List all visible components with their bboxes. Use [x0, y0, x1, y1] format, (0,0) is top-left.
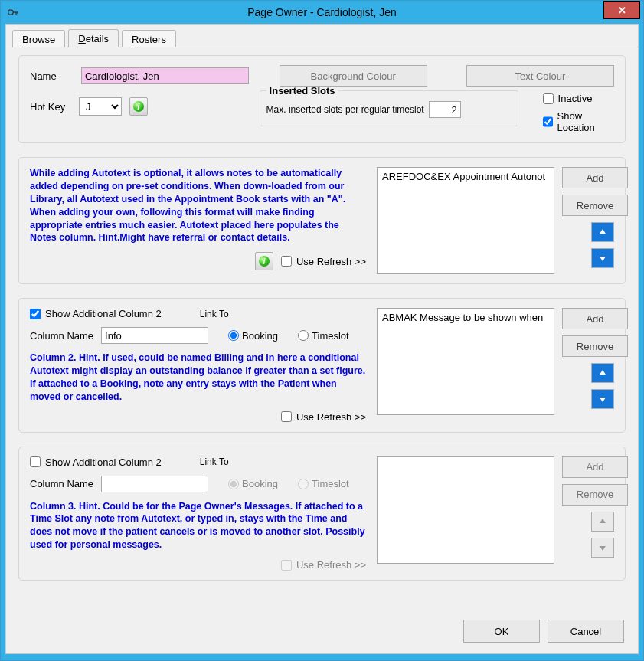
col2-booking-radio[interactable]: Booking [228, 330, 278, 342]
autotext-hint: While adding Autotext is optional, it al… [30, 167, 366, 244]
title-bar: Page Owner - Cardiologist, Jen ✕ [1, 1, 643, 24]
autotext-info-icon[interactable] [255, 252, 273, 270]
window-title: Page Owner - Cardiologist, Jen [1, 6, 643, 18]
col3-hint: Column 3. Hint. Could be for the Page Ow… [30, 500, 366, 552]
inactive-checkbox[interactable]: Inactive [543, 93, 614, 104]
name-label: Name [30, 70, 69, 82]
group-autotext: While adding Autotext is optional, it al… [18, 157, 626, 284]
group-column2: Show Additional Column 2 Link To Column … [18, 298, 626, 433]
col2-show-checkbox[interactable]: Show Additional Column 2 [30, 308, 162, 319]
col2-move-up-button[interactable] [591, 363, 614, 383]
col3-listbox[interactable] [377, 456, 554, 564]
tab-browse[interactable]: Browse [12, 30, 65, 47]
col3-booking-radio[interactable]: Booking [228, 478, 278, 489]
group-column3: Show Additional Column 2 Link To Column … [18, 447, 626, 581]
autotext-move-up-button[interactable] [591, 222, 614, 242]
group-basic: Name Background Colour Text Colour Hot K… [18, 55, 626, 143]
col3-remove-button: Remove [562, 484, 628, 506]
list-item[interactable]: AREFDOC&EX Appointment Autonot [382, 171, 549, 182]
text-colour-button[interactable]: Text Colour [466, 65, 614, 87]
col3-use-refresh-checkbox: Use Refresh >> [281, 559, 366, 571]
col2-columnname-label: Column Name [30, 330, 93, 342]
hotkey-info-icon[interactable] [129, 97, 148, 116]
close-button[interactable]: ✕ [603, 1, 640, 19]
col2-columnname-input[interactable] [101, 327, 208, 344]
inserted-slots-text: Max. inserted slots per regular timeslot [266, 104, 424, 115]
autotext-add-button[interactable]: Add [562, 167, 628, 188]
autotext-use-refresh-checkbox[interactable]: Use Refresh >> [281, 256, 366, 267]
col2-use-refresh-checkbox[interactable]: Use Refresh >> [281, 411, 366, 423]
col3-columnname-input[interactable] [101, 476, 208, 492]
ok-button[interactable]: OK [463, 620, 540, 643]
col3-show-checkbox[interactable]: Show Additional Column 2 [30, 456, 162, 468]
inserted-slots-legend: Inserted Slots [266, 85, 338, 97]
col3-timeslot-radio[interactable]: Timeslot [298, 478, 349, 489]
show-location-checkbox[interactable]: Show Location [543, 110, 614, 133]
name-input[interactable] [81, 67, 249, 84]
autotext-move-down-button[interactable] [591, 248, 614, 268]
hotkey-select[interactable]: J [79, 97, 122, 116]
col3-columnname-label: Column Name [30, 478, 93, 489]
col2-add-button[interactable]: Add [562, 308, 628, 329]
col2-hint: Column 2. Hint. If used, could be named … [30, 352, 366, 404]
autotext-listbox[interactable]: AREFDOC&EX Appointment Autonot [377, 167, 554, 274]
col3-move-down-button [591, 538, 614, 558]
background-colour-button[interactable]: Background Colour [280, 65, 427, 87]
tab-details[interactable]: Details [68, 29, 119, 47]
col3-move-up-button [591, 512, 614, 532]
col2-remove-button[interactable]: Remove [562, 335, 628, 357]
col3-add-button: Add [562, 456, 628, 478]
col2-timeslot-radio[interactable]: Timeslot [298, 330, 349, 342]
autotext-remove-button[interactable]: Remove [562, 195, 628, 216]
inserted-slots-input[interactable] [429, 101, 461, 118]
tab-rosters[interactable]: Rosters [122, 30, 176, 47]
hotkey-label: Hot Key [30, 101, 71, 113]
list-item[interactable]: ABMAK Message to be shown when [382, 312, 549, 323]
col2-linkto-label: Link To [200, 309, 229, 319]
tab-strip: Browse Details Rosters [6, 25, 638, 47]
cancel-button[interactable]: Cancel [548, 620, 624, 643]
col2-move-down-button[interactable] [591, 389, 614, 409]
inserted-slots-group: Inserted Slots Max. inserted slots per r… [260, 85, 518, 126]
col3-linkto-label: Link To [200, 456, 229, 467]
col2-listbox[interactable]: ABMAK Message to be shown when [377, 308, 554, 415]
